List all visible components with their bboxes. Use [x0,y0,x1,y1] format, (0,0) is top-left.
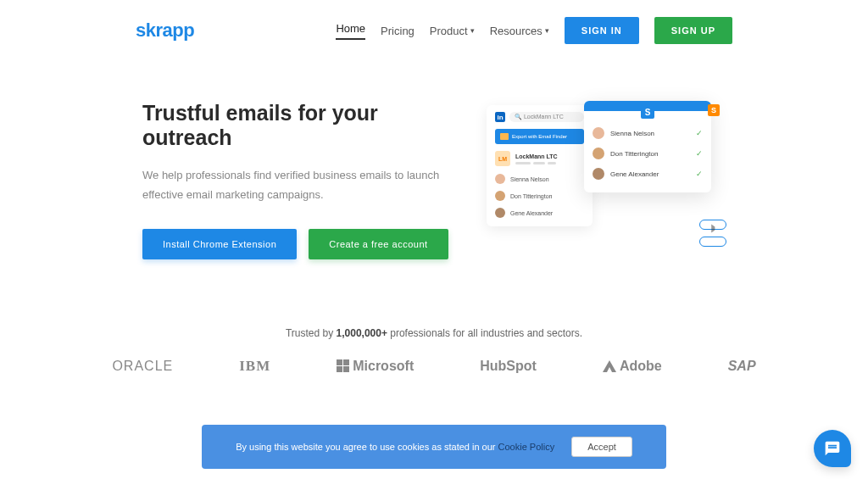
company-abbr: LM [495,151,510,166]
hero-subtitle: We help professionals find verified busi… [142,165,461,205]
result-row: Don Titterington✓ [593,143,703,164]
oracle-logo: ORACLE [112,359,173,374]
cookie-text: By using this website you agree to use c… [236,442,554,452]
chat-widget-button[interactable] [814,430,851,467]
signup-button[interactable]: SIGN UP [654,17,732,44]
hero-buttons: Install Chrome Extension Create a free a… [142,229,461,259]
check-icon: ✓ [696,170,703,178]
install-extension-button[interactable]: Install Chrome Extension [142,229,297,259]
nav-right: Home Pricing Product▾ Resources▾ SIGN IN… [336,17,732,44]
microsoft-icon [337,359,349,372]
person-row: Gene Alexander [492,204,587,221]
check-icon: ✓ [696,129,703,137]
create-account-button[interactable]: Create a free account [309,229,448,259]
nav-pricing[interactable]: Pricing [381,25,415,37]
chat-icon [824,440,841,457]
person-row: Don Titterington [492,187,587,204]
cursor-pill [699,220,726,230]
nav-resources[interactable]: Resources▾ [490,25,549,37]
hero-title: Trustful emails for your outreach [142,101,461,150]
export-label: Export with Email Finder [512,134,567,139]
person-row: Sienna Nelson [492,170,587,187]
sap-logo: SAP [728,359,756,374]
illustration-front-panel: S S Sienna Nelson✓ Don Titterington✓ Gen… [584,101,711,192]
cookie-policy-link[interactable]: Cookie Policy [498,442,555,452]
company-row: LM LockMann LTC [492,147,587,170]
result-row: Sienna Nelson✓ [593,123,703,143]
adobe-icon [603,360,616,372]
ibm-logo: IBM [239,358,270,375]
trusted-section: Trusted by 1,000,000+ professionals for … [0,276,868,358]
signin-button[interactable]: SIGN IN [565,17,639,44]
microsoft-logo: Microsoft [337,359,414,374]
skrapp-logo-icon: S [641,105,654,119]
hero-left: Trustful emails for your outreach We hel… [142,101,461,259]
folder-icon [500,133,509,140]
cookie-banner: By using this website you agree to use c… [202,425,666,469]
export-row: Export with Email Finder [495,129,584,144]
navbar: skrapp Home Pricing Product▾ Resources▾ … [0,0,868,54]
adobe-logo: Adobe [603,359,662,374]
linkedin-icon: in [495,112,505,122]
chevron-down-icon: ▾ [545,26,549,35]
brand-logo[interactable]: skrapp [136,19,194,42]
check-icon: ✓ [696,149,703,158]
hero-illustration: in 🔍 LockMann LTC Export with Email Find… [487,101,732,259]
pill-outline [699,237,726,247]
brand-logos-row: ORACLE IBM Microsoft HubSpot Adobe SAP [0,358,868,409]
chevron-down-icon: ▾ [470,26,475,35]
nav-home[interactable]: Home [336,22,365,40]
illustration-back-panel: in 🔍 LockMann LTC Export with Email Find… [487,105,593,226]
hubspot-logo: HubSpot [480,359,537,374]
search-field-display: 🔍 LockMann LTC [509,112,584,122]
hero-section: Trustful emails for your outreach We hel… [0,54,868,276]
panel-head: in 🔍 LockMann LTC [492,110,587,126]
trusted-text: Trusted by 1,000,000+ professionals for … [0,327,868,339]
company-name: LockMann LTC [515,153,584,159]
result-row: Gene Alexander✓ [593,164,703,184]
cookie-accept-button[interactable]: Accept [571,437,632,457]
s-badge: S [708,104,720,116]
nav-product[interactable]: Product▾ [430,25,475,37]
